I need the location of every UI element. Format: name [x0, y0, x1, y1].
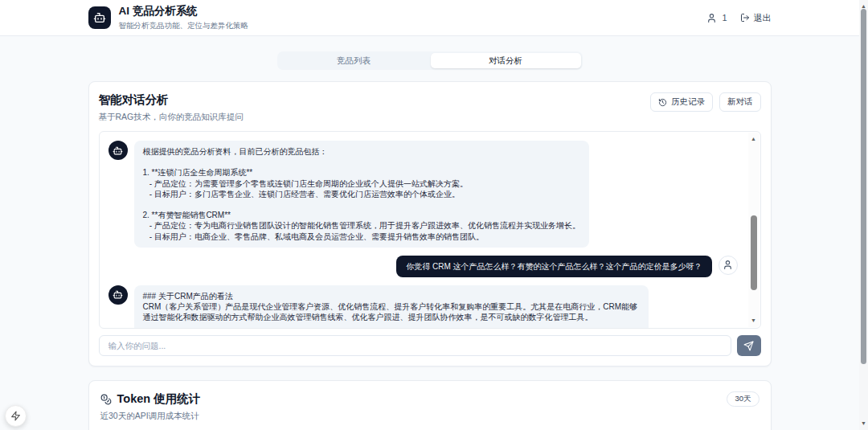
send-paper-plane-icon — [743, 341, 754, 351]
tab-chat-analysis[interactable]: 对话分析 — [431, 53, 581, 68]
chat-analysis-panel: 智能对话分析 基于RAG技术，向你的竞品知识库提问 历史记录 新对话 — [88, 81, 772, 367]
chat-panel-actions: 历史记录 新对话 — [650, 92, 761, 112]
page-scrollbar-thumb[interactable] — [861, 9, 866, 364]
chat-message-list[interactable]: 根据提供的竞品分析资料，目前已分析的竞品包括： 1. **连锁门店全生命周期系统… — [99, 131, 761, 329]
token-usage-panel: Token 使用统计 30天 近30天的API调用成本统计 总Token消耗 1… — [88, 380, 772, 430]
tab-competitor-list[interactable]: 竞品列表 — [279, 53, 429, 68]
user-message-1: 你觉得 CRM 这个产品怎么样？有赞的这个产品怎么样？这个产品的定价是多少呀？ — [108, 256, 738, 277]
logout-label: 退出 — [754, 12, 772, 24]
quick-action-button[interactable] — [5, 405, 27, 427]
token-panel-subtitle: 近30天的API调用成本统计 — [100, 411, 760, 422]
page-content: AI 竞品分析系统 智能分析竞品功能、定位与差异化策略 1 退出 竞品列表 对话… — [0, 0, 859, 430]
user-message-bubble: 你觉得 CRM 这个产品怎么样？有赞的这个产品怎么样？这个产品的定价是多少呀？ — [396, 256, 711, 277]
assistant-message-1: 根据提供的竞品分析资料，目前已分析的竞品包括： 1. **连锁门店全生命周期系统… — [108, 141, 738, 248]
robot-logo-icon — [88, 6, 111, 29]
user-icon — [706, 13, 717, 23]
assistant-message-bubble: 根据提供的竞品分析资料，目前已分析的竞品包括： 1. **连锁门店全生命周期系统… — [134, 141, 589, 248]
coins-icon — [100, 394, 112, 405]
new-chat-button-label: 新对话 — [727, 96, 753, 108]
chat-input-row — [99, 335, 761, 356]
online-users: 1 — [706, 13, 727, 23]
chat-panel-subtitle: 基于RAG技术，向你的竞品知识库提问 — [99, 112, 244, 123]
view-tabs: 竞品列表 对话分析 — [277, 51, 583, 70]
assistant-message-bubble: ### 关于CRM产品的看法 CRM（客户关系管理）产品是现代企业管理客户资源、… — [134, 285, 649, 329]
app-subtitle: 智能分析竞品功能、定位与差异化策略 — [119, 21, 249, 31]
send-button[interactable] — [737, 335, 761, 356]
question-input[interactable] — [99, 335, 731, 356]
header-right: 1 退出 — [706, 12, 771, 24]
chat-panel-header: 智能对话分析 基于RAG技术，向你的竞品知识库提问 历史记录 新对话 — [99, 92, 761, 123]
user-avatar-icon — [719, 256, 738, 275]
chat-panel-title: 智能对话分析 — [99, 92, 244, 108]
chat-scrollbar[interactable]: ▲ ▼ — [748, 133, 760, 327]
scroll-up-arrow-icon[interactable]: ▲ — [748, 135, 760, 143]
history-button[interactable]: 历史记录 — [650, 92, 713, 112]
assistant-message-2: ### 关于CRM产品的看法 CRM（客户关系管理）产品是现代企业管理客户资源、… — [108, 285, 738, 329]
chat-scrollbar-thumb[interactable] — [751, 215, 757, 290]
brand-text: AI 竞品分析系统 智能分析竞品功能、定位与差异化策略 — [119, 4, 249, 31]
new-chat-button[interactable]: 新对话 — [719, 92, 761, 112]
assistant-avatar-robot-icon — [108, 141, 128, 160]
scroll-down-arrow-icon[interactable]: ▼ — [748, 317, 760, 325]
brand: AI 竞品分析系统 智能分析竞品功能、定位与差异化策略 — [88, 4, 249, 31]
app-header: AI 竞品分析系统 智能分析竞品功能、定位与差异化策略 1 退出 — [0, 0, 859, 36]
online-user-count: 1 — [722, 13, 727, 23]
logout-icon — [740, 13, 750, 23]
lightning-icon — [10, 411, 21, 421]
page-scrollbar[interactable]: ▲ ▼ — [859, 0, 868, 430]
token-panel-header: Token 使用统计 30天 — [100, 391, 760, 407]
token-panel-title: Token 使用统计 — [117, 391, 201, 407]
history-clock-icon — [658, 98, 667, 107]
app-title: AI 竞品分析系统 — [119, 4, 249, 18]
period-badge: 30天 — [727, 391, 759, 407]
logout-button[interactable]: 退出 — [740, 12, 772, 24]
assistant-avatar-robot-icon — [108, 285, 128, 305]
page-scroll-down-arrow-icon[interactable]: ▼ — [859, 420, 868, 428]
history-button-label: 历史记录 — [671, 96, 705, 108]
